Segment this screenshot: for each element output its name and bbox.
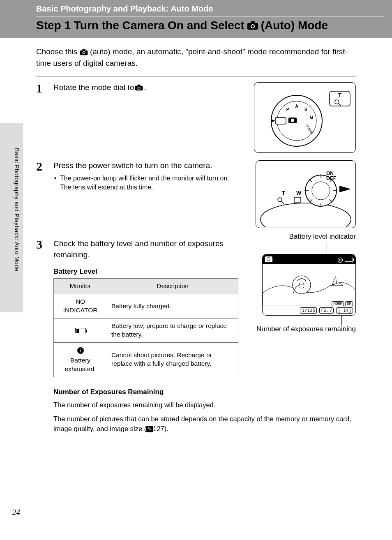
step-1: 1 Rotate the mode dial to . A S P (36, 76, 356, 155)
svg-text:W: W (296, 190, 302, 196)
mode-dial-illustration: A S P M SCENE T (254, 82, 356, 153)
lcd-aperture: F2.7 (319, 307, 334, 314)
svg-text:T: T (338, 92, 341, 98)
side-tab-label: Basic Photography and Playback: Auto Mod… (14, 148, 20, 272)
page-number: 24 (12, 508, 20, 517)
reference-icon: ✎ (146, 426, 153, 432)
table-header-description: Description (107, 279, 238, 294)
table-row: Battery low; prepare to charge or replac… (54, 318, 238, 343)
table-header-monitor: Monitor (54, 279, 107, 294)
step-2-text: Press the power switch to turn on the ca… (53, 160, 234, 171)
step-2: 2 Press the power switch to turn on the … (36, 155, 356, 233)
svg-rect-5 (82, 49, 85, 51)
svg-rect-1 (251, 21, 255, 24)
intro-before: Choose this (36, 47, 77, 56)
lcd-target-icon: ◎ (337, 256, 343, 263)
svg-point-3 (251, 25, 254, 28)
table-row: NO INDICATOR Battery fully charged. (54, 294, 238, 318)
description-cell: Battery low; prepare to charge or replac… (107, 318, 238, 343)
monitor-illustration: ◎ (262, 254, 356, 316)
description-cell: Battery fully charged. (107, 294, 238, 318)
intro-paragraph: Choose this (auto) mode, an automatic, "… (36, 46, 356, 69)
lcd-camera-icon (265, 256, 272, 262)
svg-rect-19 (275, 118, 286, 124)
table-row: i Battery exhausted. Cannot shoot pictur… (54, 342, 238, 377)
battery-low-icon (75, 328, 86, 333)
step-1-text-after: . (144, 82, 146, 93)
svg-point-48 (303, 284, 304, 285)
title-part-2: (Auto) Mode (261, 19, 328, 32)
lcd-mode: NORM (332, 301, 344, 306)
para2-before: The number of pictures that can be store… (53, 415, 351, 432)
monitor-cell-battery-low (54, 318, 107, 343)
camera-icon (247, 21, 258, 30)
callout-line-bottom (253, 316, 342, 325)
title-part-1: Step 1 Turn the Camera On and Select (36, 19, 244, 32)
svg-rect-9 (138, 85, 141, 86)
callout-line-top (253, 242, 327, 254)
camera-icon (80, 49, 88, 55)
step-number: 3 (36, 238, 46, 434)
lcd-remaining: [ 14] (336, 307, 353, 314)
battery-exhausted-label: Battery exhausted. (58, 356, 103, 374)
svg-text:M: M (310, 115, 313, 120)
monitor-illustration-group: Battery level indicator ◎ (253, 233, 356, 334)
step-number: 2 (36, 160, 46, 222)
step-1-text-before: Rotate the mode dial to (53, 82, 134, 93)
step-2-bullet: The power-on lamp will flicker and the m… (53, 174, 234, 192)
exposures-para-2: The number of pictures that can be store… (53, 414, 356, 434)
svg-point-11 (138, 88, 140, 89)
step-3: 3 Check the battery level and number of … (36, 233, 356, 444)
svg-text:P: P (286, 107, 289, 112)
lcd-shutter: 1/125 (300, 307, 317, 314)
svg-rect-45 (294, 197, 301, 202)
lcd-remaining-value: 14 (343, 308, 348, 313)
svg-point-22 (291, 119, 294, 122)
svg-text:OFF: OFF (326, 175, 336, 181)
page-header: Basic Photography and Playback: Auto Mod… (0, 0, 392, 38)
svg-marker-40 (339, 186, 351, 192)
warning-icon: i (77, 347, 84, 354)
svg-text:T: T (282, 190, 285, 196)
svg-point-27 (261, 203, 351, 227)
para2-ref: 127 (153, 425, 164, 432)
step-number: 1 (36, 82, 46, 144)
lcd-battery-icon (345, 257, 353, 262)
step-3-text: Check the battery level and number of ex… (53, 238, 234, 260)
svg-point-29 (312, 182, 330, 200)
camera-icon (135, 84, 143, 91)
lcd-size: 8M (345, 301, 353, 306)
para2-after: ). (164, 425, 168, 432)
exposures-remaining-heading: Number of Exposures Remaining (53, 388, 356, 396)
svg-point-47 (299, 284, 300, 285)
monitor-cell-no-indicator: NO INDICATOR (54, 294, 107, 318)
power-switch-illustration: ON OFF T W (256, 160, 356, 228)
page-title: Step 1 Turn the Camera On and Select (Au… (36, 19, 384, 32)
svg-text:S: S (304, 107, 307, 112)
description-cell: Cannot shoot pictures. Recharge or repla… (107, 342, 238, 377)
battery-level-table: Monitor Description NO INDICATOR Battery… (53, 278, 238, 377)
svg-text:A: A (295, 104, 298, 108)
svg-line-43 (281, 201, 284, 204)
exposures-para-1: The number of exposures remaining will b… (53, 400, 356, 410)
svg-point-7 (83, 52, 84, 53)
exposures-remaining-label: Number of exposures remaining (253, 325, 356, 334)
section-title: Basic Photography and Playback: Auto Mod… (36, 4, 384, 16)
battery-indicator-label: Battery level indicator (253, 233, 356, 241)
monitor-cell-battery-exhausted: i Battery exhausted. (54, 342, 107, 377)
svg-point-42 (278, 198, 282, 202)
